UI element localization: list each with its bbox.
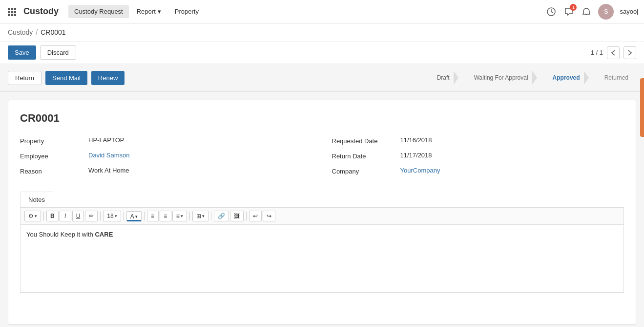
- toolbar-left: Save Discard: [8, 45, 76, 60]
- bell-icon[interactable]: [581, 6, 592, 18]
- form-section: Property HP-LAPTOP Employee David Samson…: [20, 136, 624, 182]
- svg-rect-5: [14, 11, 16, 13]
- form-col-left: Property HP-LAPTOP Employee David Samson…: [20, 136, 312, 182]
- bold-button[interactable]: B: [46, 211, 59, 221]
- redo-button[interactable]: ↪: [263, 211, 275, 221]
- main-content: CR0001 Property HP-LAPTOP Employee David…: [0, 92, 644, 327]
- step-arrow-3: [584, 71, 589, 85]
- step-returned: Returned: [597, 71, 636, 84]
- save-button[interactable]: Save: [8, 45, 36, 60]
- company-label: Company: [332, 167, 400, 175]
- workflow-steps: Draft Waiting For Approval Approved Retu…: [429, 68, 636, 87]
- svg-rect-4: [11, 11, 13, 13]
- sep3: [124, 212, 124, 220]
- tab-notes[interactable]: Notes: [20, 192, 53, 207]
- sep7: [246, 212, 247, 220]
- breadcrumb: Custody / CR0001: [0, 23, 644, 42]
- reason-label: Reason: [20, 167, 88, 175]
- prev-record-button[interactable]: [607, 46, 620, 59]
- ordered-list-button[interactable]: ≡: [160, 211, 171, 221]
- chat-badge: 1: [570, 4, 577, 11]
- styles-button[interactable]: ⚙ ▾: [24, 211, 41, 221]
- step-approved: Approved: [545, 68, 597, 87]
- right-accent-bar: [640, 78, 644, 137]
- svg-rect-8: [14, 14, 16, 16]
- return-date-row: Return Date 11/17/2018: [332, 152, 624, 160]
- return-date-label: Return Date: [332, 152, 400, 160]
- grid-icon[interactable]: [6, 6, 18, 18]
- form-card: CR0001 Property HP-LAPTOP Employee David…: [8, 100, 636, 325]
- sep5: [189, 212, 190, 220]
- nav-item-custody-request[interactable]: Custody Request: [68, 5, 129, 18]
- username[interactable]: sayooj: [620, 8, 638, 15]
- clock-icon[interactable]: [545, 6, 557, 18]
- svg-rect-1: [11, 8, 13, 10]
- requested-date-value: 11/16/2018: [400, 136, 432, 144]
- svg-rect-3: [8, 11, 10, 13]
- employee-value[interactable]: David Samson: [88, 152, 130, 159]
- editor-content[interactable]: You Should Keep it with CARE: [20, 224, 624, 293]
- next-record-button[interactable]: [623, 46, 636, 59]
- top-navigation: Custody Custody Request Report ▾ Propert…: [0, 0, 644, 23]
- image-button[interactable]: 🖼: [230, 211, 244, 221]
- editor-toolbar: ⚙ ▾ B I U ✏ 18 ▾ A ▾ ≡ ≡ ≡ ▾ ⊞ ▾ 🔗 🖼: [20, 207, 624, 224]
- form-col-right: Requested Date 11/16/2018 Return Date 11…: [332, 136, 624, 182]
- chevron-down-icon: ▾: [158, 8, 161, 15]
- svg-rect-2: [14, 8, 16, 10]
- link-button[interactable]: 🔗: [214, 211, 229, 221]
- send-mail-button[interactable]: Send Mail: [45, 71, 87, 85]
- employee-label: Employee: [20, 152, 88, 160]
- return-date-value: 11/17/2018: [400, 152, 432, 159]
- chat-icon[interactable]: 1: [563, 6, 575, 18]
- eraser-button[interactable]: ✏: [85, 211, 98, 221]
- step-waiting: Waiting For Approval: [466, 68, 545, 87]
- employee-row: Employee David Samson: [20, 152, 312, 160]
- sep1: [43, 212, 44, 220]
- avatar[interactable]: S: [598, 4, 614, 20]
- nav-right: 1 S sayooj: [545, 4, 638, 20]
- step-arrow-1: [454, 71, 458, 85]
- step-arrow-2: [532, 71, 537, 85]
- pagination-info: 1 / 1: [591, 49, 603, 56]
- nav-brand[interactable]: Custody: [23, 6, 59, 17]
- status-bar: Return Send Mail Renew Draft Waiting For…: [0, 64, 644, 92]
- step-draft: Draft: [429, 68, 466, 87]
- renew-button[interactable]: Renew: [91, 71, 125, 85]
- reason-row: Reason Work At Home: [20, 167, 312, 175]
- svg-rect-7: [11, 14, 13, 16]
- property-label: Property: [20, 136, 88, 145]
- tab-bar: Notes: [20, 192, 624, 207]
- record-title: CR0001: [20, 112, 624, 125]
- company-value[interactable]: YourCompany: [400, 167, 440, 174]
- property-value: HP-LAPTOP: [88, 136, 124, 144]
- sep6: [211, 212, 211, 220]
- italic-button[interactable]: I: [60, 211, 71, 221]
- breadcrumb-current: CR0001: [41, 28, 65, 36]
- nav-item-property[interactable]: Property: [169, 5, 205, 18]
- breadcrumb-separator: /: [36, 28, 38, 36]
- breadcrumb-parent[interactable]: Custody: [8, 28, 33, 36]
- editor-text-plain: You Should Keep it with: [26, 231, 95, 238]
- nav-item-report[interactable]: Report ▾: [131, 5, 167, 18]
- undo-button[interactable]: ↩: [249, 211, 262, 221]
- unordered-list-button[interactable]: ≡: [147, 211, 159, 221]
- action-buttons: Return Send Mail Renew: [8, 71, 429, 85]
- company-row: Company YourCompany: [332, 167, 624, 175]
- svg-line-11: [551, 12, 553, 13]
- discard-button[interactable]: Discard: [40, 45, 76, 60]
- font-color-button[interactable]: A ▾: [126, 211, 142, 221]
- return-button[interactable]: Return: [8, 71, 42, 85]
- requested-date-row: Requested Date 11/16/2018: [332, 136, 624, 145]
- property-row: Property HP-LAPTOP: [20, 136, 312, 145]
- align-button[interactable]: ≡ ▾: [172, 211, 187, 221]
- svg-rect-0: [8, 8, 10, 10]
- form-toolbar: Save Discard 1 / 1: [0, 42, 644, 64]
- font-size-button[interactable]: 18 ▾: [103, 211, 121, 221]
- table-button[interactable]: ⊞ ▾: [192, 211, 208, 221]
- nav-left: Custody Custody Request Report ▾ Propert…: [6, 5, 545, 18]
- underline-button[interactable]: U: [72, 211, 84, 221]
- svg-rect-6: [8, 14, 10, 16]
- sep2: [100, 212, 101, 220]
- editor-text-bold: CARE: [95, 231, 113, 238]
- notes-section: Notes ⚙ ▾ B I U ✏ 18 ▾ A ▾ ≡ ≡ ≡ ▾ ⊞ ▾: [20, 192, 624, 293]
